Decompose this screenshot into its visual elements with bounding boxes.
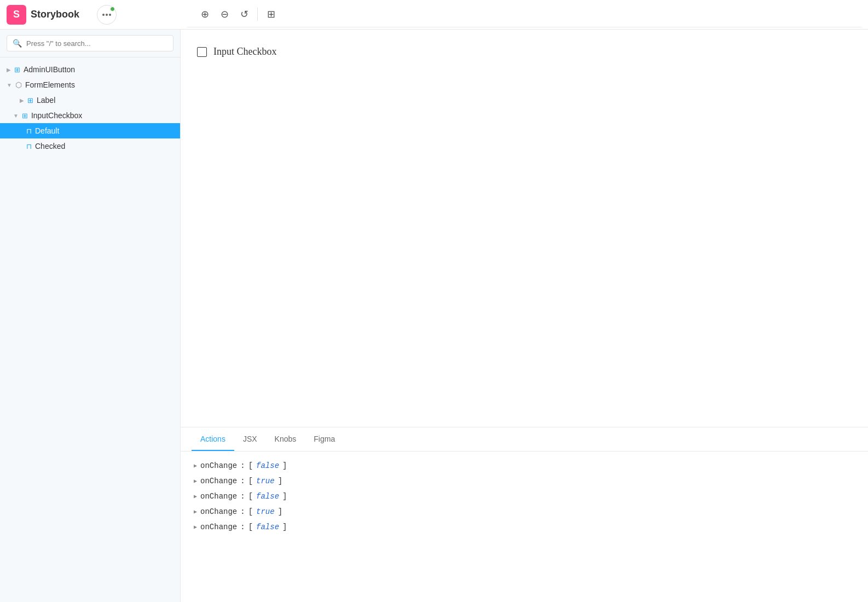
search-wrap[interactable]: 🔍 xyxy=(7,35,173,51)
storybook-logo-icon: S xyxy=(7,5,26,25)
action-name: onChange xyxy=(200,523,237,531)
sidebar-item-label: Label xyxy=(37,96,55,105)
tab-jsx[interactable]: JSX xyxy=(234,428,266,451)
action-bracket-close: ] xyxy=(282,461,287,470)
logo-area: S Storybook xyxy=(7,5,187,25)
action-bracket-open: [ xyxy=(248,507,253,516)
sidebar-item-default[interactable]: ⊓ Default xyxy=(0,123,180,138)
ellipsis-icon xyxy=(102,14,111,16)
action-row-1: ▶ onChange : [ true ] xyxy=(194,473,855,489)
canvas-toolbar: ⊕ ⊖ ↺ ⊞ xyxy=(187,2,861,27)
sidebar-item-label: Default xyxy=(35,126,59,135)
tab-knobs[interactable]: Knobs xyxy=(266,428,305,451)
component-icon: ⊞ xyxy=(14,66,20,74)
tab-figma[interactable]: Figma xyxy=(305,428,344,451)
content-area: Input Checkbox Actions JSX Knobs Figma ▶… xyxy=(181,30,868,602)
action-bracket-close: ] xyxy=(282,523,287,531)
preview-label: Input Checkbox xyxy=(213,46,276,57)
folder-icon: ⬡ xyxy=(15,80,22,89)
sidebar: 🔍 ▶ ⊞ AdminUIButton ▼ ⬡ FormElements ▶ ⊞ xyxy=(0,30,181,602)
search-icon: 🔍 xyxy=(13,39,22,48)
menu-button[interactable] xyxy=(97,5,117,25)
action-value: true xyxy=(256,507,275,516)
action-value: false xyxy=(256,523,279,531)
action-arrow-icon[interactable]: ▶ xyxy=(194,462,197,469)
action-bracket-open: [ xyxy=(248,492,253,501)
sidebar-item-label: FormElements xyxy=(25,80,75,89)
action-bracket-close: ] xyxy=(278,507,282,516)
action-bracket-open: [ xyxy=(248,523,253,531)
bottom-panel: Actions JSX Knobs Figma ▶ onChange : [ f… xyxy=(181,427,868,602)
action-row-0: ▶ onChange : [ false ] xyxy=(194,458,855,473)
search-box: 🔍 xyxy=(0,30,180,57)
chevron-down-icon: ▼ xyxy=(7,82,12,88)
reset-zoom-button[interactable]: ↺ xyxy=(235,5,253,23)
action-bracket-close: ] xyxy=(278,477,282,485)
search-input[interactable] xyxy=(26,39,167,48)
action-colon: : xyxy=(240,507,245,516)
story-icon: ⊓ xyxy=(26,142,32,150)
nav-chevron-icon: ▶ xyxy=(7,67,11,73)
action-value: false xyxy=(256,461,279,470)
action-row-2: ▶ onChange : [ false ] xyxy=(194,489,855,504)
action-colon: : xyxy=(240,461,245,470)
sidebar-item-checked[interactable]: ⊓ Checked xyxy=(0,138,180,154)
toolbar-divider xyxy=(257,8,258,21)
action-bracket-open: [ xyxy=(248,477,253,485)
story-icon: ⊓ xyxy=(26,127,32,135)
action-value: false xyxy=(256,492,279,501)
action-name: onChange xyxy=(200,461,237,470)
sidebar-item-label: AdminUIButton xyxy=(24,65,75,74)
sidebar-item-form-elements[interactable]: ▼ ⬡ FormElements xyxy=(0,77,180,92)
canvas-content: Input Checkbox xyxy=(197,46,276,57)
preview-checkbox[interactable] xyxy=(197,47,207,57)
action-value: true xyxy=(256,477,275,485)
action-arrow-icon[interactable]: ▶ xyxy=(194,524,197,530)
tab-actions[interactable]: Actions xyxy=(192,428,234,451)
panel-content: ▶ onChange : [ false ] ▶ onChange : [ tr… xyxy=(181,452,868,602)
app-title: Storybook xyxy=(31,9,79,20)
zoom-in-button[interactable]: ⊕ xyxy=(196,5,213,23)
action-row-3: ▶ onChange : [ true ] xyxy=(194,504,855,519)
action-name: onChange xyxy=(200,492,237,501)
sidebar-item-admin-ui-button[interactable]: ▶ ⊞ AdminUIButton xyxy=(0,62,180,77)
sidebar-item-label[interactable]: ▶ ⊞ Label xyxy=(0,92,180,108)
action-bracket-close: ] xyxy=(282,492,287,501)
action-arrow-icon[interactable]: ▶ xyxy=(194,508,197,515)
panel-tabs: Actions JSX Knobs Figma xyxy=(181,427,868,452)
action-name: onChange xyxy=(200,507,237,516)
chevron-down-icon: ▼ xyxy=(13,113,19,119)
action-row-4: ▶ onChange : [ false ] xyxy=(194,519,855,535)
action-arrow-icon[interactable]: ▶ xyxy=(194,493,197,500)
action-colon: : xyxy=(240,523,245,531)
zoom-out-button[interactable]: ⊖ xyxy=(216,5,233,23)
canvas: Input Checkbox xyxy=(181,30,868,427)
chevron-right-icon: ▶ xyxy=(20,97,24,103)
component-icon: ⊞ xyxy=(27,96,33,105)
component-icon: ⊞ xyxy=(22,112,28,120)
action-arrow-icon[interactable]: ▶ xyxy=(194,478,197,484)
sidebar-item-label: Checked xyxy=(35,142,65,150)
top-bar: S Storybook ⊕ ⊖ ↺ ⊞ xyxy=(0,0,868,30)
action-colon: : xyxy=(240,477,245,485)
sidebar-item-input-checkbox[interactable]: ▼ ⊞ InputCheckbox xyxy=(0,108,180,123)
status-dot xyxy=(110,7,115,11)
action-colon: : xyxy=(240,492,245,501)
grid-view-button[interactable]: ⊞ xyxy=(262,5,280,23)
sidebar-item-label: InputCheckbox xyxy=(31,111,82,120)
action-bracket-open: [ xyxy=(248,461,253,470)
main-layout: 🔍 ▶ ⊞ AdminUIButton ▼ ⬡ FormElements ▶ ⊞ xyxy=(0,30,868,602)
sidebar-nav: ▶ ⊞ AdminUIButton ▼ ⬡ FormElements ▶ ⊞ L… xyxy=(0,57,180,602)
action-name: onChange xyxy=(200,477,237,485)
